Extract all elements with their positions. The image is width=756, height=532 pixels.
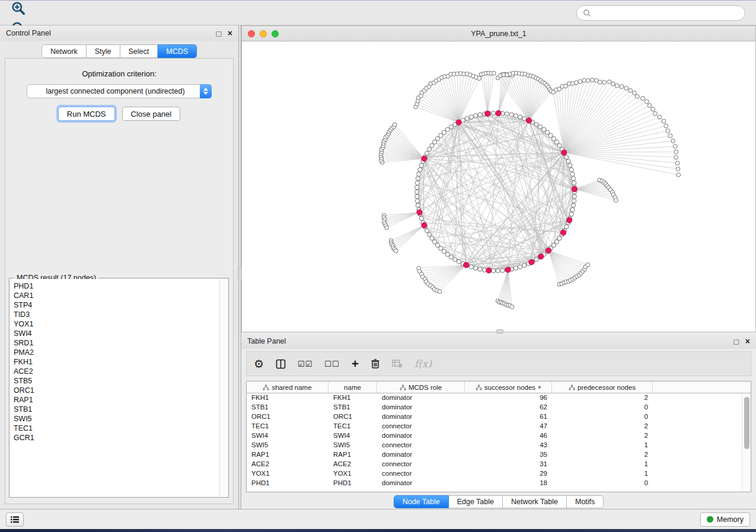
mcds-result-item[interactable]: ACE2 [14,367,219,376]
graph-leaf-node[interactable] [658,115,662,119]
graph-node[interactable] [570,172,575,176]
graph-node[interactable] [415,185,419,190]
table-row[interactable]: SWI4SWI4dominator462 [247,431,742,441]
graph-leaf-node[interactable] [438,290,442,294]
mcds-list-scrollbar[interactable] [219,279,228,496]
delete-column-icon[interactable] [371,358,380,369]
mcds-result-item[interactable]: FKH1 [14,357,219,367]
close-panel-icon[interactable]: × [228,29,232,37]
column-header-shared-name[interactable]: shared name [247,382,328,393]
graph-leaf-node[interactable] [492,71,496,75]
graph-node[interactable] [417,172,421,176]
column-header-successor-nodes[interactable]: successor nodes▾ [465,382,552,393]
graph-dominator-node[interactable] [484,111,490,116]
gear-icon[interactable]: ⚙ [254,357,264,371]
graph-dominator-node[interactable] [496,110,501,116]
graph-leaf-node[interactable] [662,119,666,123]
graph-node[interactable] [564,225,569,229]
table-tab-motifs[interactable]: Motifs [567,495,604,508]
tab-network[interactable]: Network [42,44,87,58]
graph-node[interactable] [416,177,420,181]
mcds-result-item[interactable]: ORC1 [14,386,219,395]
mcds-result-item[interactable]: TEC1 [14,424,219,433]
tab-style[interactable]: Style [87,44,120,58]
graph-leaf-node[interactable] [674,150,678,154]
close-table-panel-icon[interactable]: × [745,337,750,345]
column-header-name[interactable]: name [328,382,377,393]
graph-leaf-node[interactable] [570,82,575,86]
graph-leaf-node[interactable] [578,79,582,84]
graph-leaf-node[interactable] [651,107,655,111]
graph-leaf-node[interactable] [607,80,611,84]
graph-node[interactable] [465,116,469,120]
graph-node[interactable] [505,112,509,116]
float-panel-icon[interactable]: ▢ [215,30,221,37]
graph-leaf-node[interactable] [591,78,595,82]
graph-dominator-node[interactable] [422,223,427,228]
mcds-result-item[interactable]: RAP1 [14,395,219,405]
mcds-result-item[interactable]: STP4 [14,300,219,310]
graph-node[interactable] [418,168,422,172]
graph-node[interactable] [571,203,575,207]
graph-leaf-node[interactable] [668,134,672,138]
graph-node[interactable] [415,199,419,203]
table-scrollbar[interactable] [742,393,751,492]
graph-node[interactable] [416,203,420,207]
graph-dominator-node[interactable] [464,262,469,268]
graph-leaf-node[interactable] [586,263,590,267]
graph-node[interactable] [469,265,473,269]
column-header-predecessor-nodes[interactable]: predecessor nodes [552,382,653,393]
mcds-result-item[interactable]: SWI4 [14,329,219,338]
graph-dominator-node[interactable] [538,254,544,259]
table-row[interactable]: RAP1RAP1dominator352 [247,450,742,460]
graph-node[interactable] [571,177,575,181]
graph-leaf-node[interactable] [477,76,481,81]
graph-node[interactable] [492,111,496,115]
graph-dominator-node[interactable] [456,120,461,125]
mcds-result-item[interactable]: STB5 [14,376,219,386]
graph-node[interactable] [469,115,473,119]
graph-node[interactable] [568,164,572,168]
mcds-result-item[interactable]: SRD1 [14,338,219,348]
table-row[interactable]: STB1STB1dominator620 [247,403,742,412]
graph-node[interactable] [474,114,478,118]
graph-node[interactable] [557,236,562,241]
graph-leaf-node[interactable] [629,88,633,92]
tab-select[interactable]: Select [120,44,158,58]
graph-dominator-node[interactable] [562,150,567,155]
graph-node[interactable] [518,115,522,119]
graph-dominator-node[interactable] [486,268,492,273]
graph-node[interactable] [572,194,576,198]
graph-node[interactable] [425,229,429,233]
table-row[interactable]: FKH1FKH1dominator962 [247,393,742,403]
graph-dominator-node[interactable] [529,259,534,265]
graph-leaf-node[interactable] [675,161,680,165]
graph-leaf-node[interactable] [674,155,678,159]
graph-leaf-node[interactable] [673,145,677,149]
add-column-icon[interactable]: + [352,359,359,369]
graph-leaf-node[interactable] [671,139,675,143]
graph-node[interactable] [428,232,432,236]
table-row[interactable]: PHD1PHD1dominator180 [247,479,742,488]
graph-node[interactable] [425,151,429,155]
table-tab-network-table[interactable]: Network Table [503,495,567,508]
mcds-result-item[interactable]: SWI5 [14,414,219,424]
graph-node[interactable] [509,113,513,117]
graph-node[interactable] [492,268,496,273]
graph-node[interactable] [430,143,434,148]
task-history-button[interactable] [6,512,24,527]
graph-node[interactable] [478,267,482,271]
table-row[interactable]: YOX1YOX1connector291 [247,469,742,479]
column-header-MCDS-role[interactable]: MCDS role [377,382,465,393]
graph-node[interactable] [419,164,423,168]
network-canvas[interactable] [242,41,755,332]
graph-leaf-node[interactable] [393,123,397,127]
graph-node[interactable] [569,168,573,172]
mcds-result-item[interactable]: YOX1 [14,319,219,329]
zoom-in-button[interactable] [8,0,28,18]
graph-leaf-node[interactable] [664,124,668,128]
graph-leaf-node[interactable] [385,226,389,230]
graph-node[interactable] [513,266,518,270]
graph-node[interactable] [500,268,505,273]
graph-node[interactable] [415,181,419,185]
